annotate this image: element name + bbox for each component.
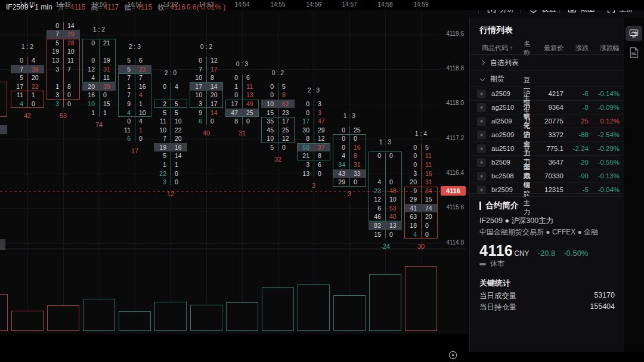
footprint-bid-cell: 29 [327,178,345,187]
watchlist-row[interactable]: ★al2509沪铝主力20775250.12% [470,115,624,128]
footprint-bid-cell: 0 [327,143,345,152]
chart-monitor-button[interactable] [626,26,642,41]
delta-total-label: 53 [45,112,81,119]
column-name[interactable]: 名称 [522,39,531,57]
footprint-ask-cell: 31 [425,178,443,187]
footprint-chart-canvas[interactable]: IF2509 • 1 min开=4115高=4117低=4115收=41160.… [0,0,469,334]
footprint-bid-cell: 5 [148,109,166,117]
column-last-price[interactable]: 最新价 [531,44,564,52]
delta-total-label: 12 [153,190,188,197]
gridline-vertical [278,12,278,331]
imbalance-ratio-label: 0 : 3 [224,60,260,67]
star-icon[interactable]: ★ [470,117,491,126]
locate-icon[interactable] [447,349,459,361]
price-axis-label: 4117.2 [438,135,464,141]
contract-currency: CNY [514,249,529,258]
star-icon[interactable]: ★ [470,158,491,167]
footprint-bid-cell: 82 [363,221,381,230]
footprint-bid-cell: 0 [327,126,345,135]
footprint-bid-cell: 30 [292,126,309,135]
footprint-ask-cell: 6 [139,56,157,65]
group-custom-list[interactable]: 自选列表 [470,55,624,71]
star-icon[interactable]: ★ [470,89,491,98]
watchlist-row[interactable]: ★ag2510沪银主力9364-8-0.09% [470,101,624,115]
column-code[interactable]: 商品代码 ↑ [470,44,522,52]
last-price: 775.1 [531,145,564,152]
footprint-ask-cell: 25 [354,126,371,135]
group-futures[interactable]: 期货 [470,71,624,87]
footprint-bid-cell: 13 [292,169,309,178]
footprint-bid-cell: 19 [41,47,59,56]
volume-bar [190,305,222,331]
contract-code: ao2509 [491,131,522,138]
footprint-bid-cell: 22 [148,169,166,178]
volume-bar [119,311,151,331]
change-percent: -0.14% [589,90,624,97]
volume-bar [369,274,401,331]
volume-bar [154,302,187,331]
footprint-bid-cell: 0 [5,56,23,65]
time-axis-label: 14:58 [372,1,398,8]
star-icon[interactable]: ★ [470,103,491,112]
price-axis-label: 4118.8 [438,65,464,72]
last-price: 3372 [531,131,564,138]
footprint-bid-cell: 43 [327,169,345,178]
footprint-bid-cell: 5 [148,151,166,160]
footprint-bid-cell: 4 [399,230,417,239]
footprint-bid-cell: 4 [327,151,345,160]
volume-bar [333,295,366,331]
footprint-bid-cell: 12 [77,65,95,74]
footprint-bid-cell: 0 [363,151,381,160]
footprint-ask-cell: 16 [175,143,193,152]
market-panel: 行情列表 商品代码 ↑ 名称 最新价 涨跌 涨跌幅 自选列表 期货 ★a2509… [469,18,624,352]
watchlist-row[interactable]: ★bc2508国际铜70330-90-0.13% [470,169,624,183]
pane-separator [0,249,466,249]
footprint-ask-cell: 0 [175,178,193,187]
high-label: 高= [91,3,102,11]
last-price: 12315 [531,186,564,193]
ml-file-button[interactable]: ML [626,45,642,60]
group-custom-label: 自选列表 [490,58,519,68]
footprint-bid-cell: 8 [220,117,238,126]
watchlist-row[interactable]: ★a2509豆一主力4217-6-0.14% [470,87,624,101]
close-value: 4116 [170,3,185,11]
price-axis-label: 4114.8 [438,239,464,246]
star-icon[interactable]: ★ [470,172,491,181]
footprint-bid-cell: 0 [77,56,95,65]
open-value: 4115 [70,3,86,11]
partial-poc-row [0,125,7,134]
accent-bar [479,202,481,210]
change-percent: -0.04% [589,186,624,193]
column-change[interactable]: 涨跌 [564,44,589,52]
star-icon[interactable]: ★ [470,131,491,140]
imbalance-ratio-label: 0 : 2 [188,43,224,50]
column-change-percent[interactable]: 涨跌幅 [589,44,624,52]
footprint-bid-cell: 7 [5,65,23,74]
footprint-bid-cell: 10 [184,91,202,100]
contract-code: bc2508 [491,172,522,180]
footprint-bid-cell: 16 [77,91,95,100]
watchlist-row[interactable]: ★br2509合成橡胶主力12315-5-0.04% [470,183,624,197]
footprint-bid-cell: 20 [77,82,95,91]
footprint-bid-cell: 0 [220,91,238,100]
footprint-bid-cell: 9 [113,100,131,109]
watchlist-row[interactable]: ★ao2509氧化铝主力3372-88-2.54% [470,128,624,142]
footprint-bid-cell: 0 [292,109,309,117]
star-icon[interactable]: ★ [470,144,491,153]
change: -6 [564,90,589,97]
price-axis-label: 4118.0 [438,100,464,106]
watchlist-row[interactable]: ★au2510沪金主力775.1-2.24-0.29% [470,142,624,156]
footprint-ask-cell: 11 [425,151,443,160]
delta-total-label: 3 [332,190,367,197]
footprint-bid-cell: 10 [256,100,274,109]
footprint-bid-cell: 0 [113,117,131,126]
last-price: 3647 [531,159,564,166]
watchlist-row[interactable]: ★b2509豆二主力3647-20-0.55% [470,156,624,169]
time-axis-label: 14:55 [265,1,291,8]
change-percent: -2.54% [589,131,624,138]
change-value: 0.6( 0.01% ) [187,3,225,11]
imbalance-ratio-label: 1 : 3 [332,112,367,119]
footprint-bid-cell: 10 [256,134,274,143]
footprint-bid-cell: 17 [184,82,202,91]
footprint-bid-cell: 5 [5,73,23,82]
